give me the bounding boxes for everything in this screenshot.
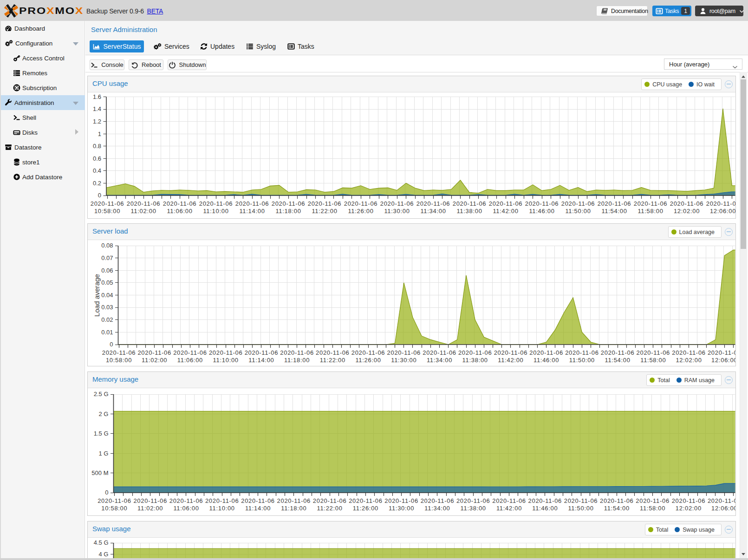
svg-text:2020-11-06: 2020-11-06 (173, 349, 207, 356)
svg-text:2020-11-06: 2020-11-06 (349, 497, 383, 504)
svg-text:11:50:00: 11:50:00 (569, 357, 595, 364)
svg-text:12:02:00: 12:02:00 (674, 208, 700, 215)
svg-text:2020-11-06: 2020-11-06 (277, 497, 311, 504)
svg-text:2020-11-06: 2020-11-06 (416, 200, 450, 207)
svg-text:2020-11-06: 2020-11-06 (453, 200, 487, 207)
svg-text:11:46:00: 11:46:00 (529, 208, 554, 215)
svg-text:0.8: 0.8 (93, 143, 101, 150)
svg-text:11:50:00: 11:50:00 (568, 505, 593, 512)
svg-text:11:18:00: 11:18:00 (281, 505, 306, 512)
svg-text:2 G: 2 G (99, 410, 109, 417)
svg-text:11:02:00: 11:02:00 (130, 208, 156, 215)
svg-text:2.5 G: 2.5 G (94, 391, 109, 397)
svg-text:11:02:00: 11:02:00 (137, 505, 163, 512)
svg-text:11:06:00: 11:06:00 (173, 505, 199, 512)
svg-text:1 G: 1 G (99, 450, 109, 457)
svg-text:11:14:00: 11:14:00 (245, 505, 271, 512)
svg-text:2020-11-06: 2020-11-06 (637, 349, 670, 356)
svg-text:2020-11-06: 2020-11-06 (529, 349, 563, 356)
svg-text:11:58:00: 11:58:00 (640, 357, 666, 364)
svg-text:0.2: 0.2 (93, 180, 101, 187)
svg-text:2020-11-06: 2020-11-06 (598, 200, 631, 207)
svg-text:11:38:00: 11:38:00 (462, 357, 488, 364)
svg-text:11:54:00: 11:54:00 (605, 357, 630, 364)
svg-text:12:06:00: 12:06:00 (711, 505, 735, 512)
svg-text:11:06:00: 11:06:00 (177, 357, 203, 364)
svg-text:2020-11-06: 2020-11-06 (670, 200, 704, 207)
svg-text:11:18:00: 11:18:00 (275, 208, 301, 215)
svg-text:2020-11-06: 2020-11-06 (209, 349, 243, 356)
svg-text:0.02: 0.02 (101, 316, 113, 323)
svg-text:2020-11-06: 2020-11-06 (91, 200, 124, 207)
svg-text:11:18:00: 11:18:00 (284, 357, 310, 364)
svg-text:2020-11-06: 2020-11-06 (489, 200, 523, 207)
svg-text:0.04: 0.04 (101, 292, 113, 299)
svg-text:11:22:00: 11:22:00 (312, 208, 337, 215)
svg-text:12:06:00: 12:06:00 (711, 357, 735, 364)
svg-text:11:58:00: 11:58:00 (637, 208, 663, 215)
svg-text:0.6: 0.6 (93, 155, 101, 162)
svg-text:1.5 G: 1.5 G (94, 430, 109, 437)
svg-text:0: 0 (105, 489, 108, 496)
svg-text:0.03: 0.03 (101, 304, 113, 311)
svg-text:11:30:00: 11:30:00 (384, 208, 410, 215)
svg-text:2020-11-06: 2020-11-06 (102, 349, 136, 356)
svg-text:1.6: 1.6 (93, 93, 101, 100)
svg-text:2020-11-06: 2020-11-06 (564, 497, 598, 504)
svg-text:2020-11-06: 2020-11-06 (456, 497, 490, 504)
svg-text:2020-11-06: 2020-11-06 (421, 497, 455, 504)
svg-text:2020-11-06: 2020-11-06 (672, 497, 706, 504)
svg-text:11:34:00: 11:34:00 (420, 208, 446, 215)
svg-text:2020-11-06: 2020-11-06 (169, 497, 203, 504)
svg-text:2020-11-06: 2020-11-06 (634, 200, 668, 207)
svg-text:1.4: 1.4 (93, 105, 101, 112)
svg-text:2020-11-06: 2020-11-06 (561, 200, 595, 207)
svg-text:10:58:00: 10:58:00 (106, 357, 132, 364)
svg-text:0.06: 0.06 (101, 267, 113, 274)
svg-text:500 M: 500 M (91, 469, 108, 476)
svg-text:2020-11-06: 2020-11-06 (706, 200, 735, 207)
svg-text:11:06:00: 11:06:00 (167, 208, 192, 215)
svg-text:11:42:00: 11:42:00 (498, 357, 523, 364)
svg-text:1.2: 1.2 (93, 118, 101, 125)
svg-text:11:22:00: 11:22:00 (317, 505, 342, 512)
svg-text:2020-11-06: 2020-11-06 (387, 349, 421, 356)
svg-text:2020-11-06: 2020-11-06 (272, 200, 306, 207)
svg-text:Load average: Load average (93, 274, 101, 317)
svg-text:11:30:00: 11:30:00 (389, 505, 414, 512)
svg-text:2020-11-06: 2020-11-06 (494, 349, 528, 356)
svg-text:0: 0 (110, 341, 113, 348)
svg-text:2020-11-06: 2020-11-06 (351, 349, 385, 356)
svg-text:11:30:00: 11:30:00 (391, 357, 416, 364)
svg-text:0.4: 0.4 (93, 167, 101, 174)
svg-text:11:10:00: 11:10:00 (203, 208, 228, 215)
svg-text:11:34:00: 11:34:00 (424, 505, 450, 512)
svg-text:11:38:00: 11:38:00 (456, 208, 482, 215)
svg-text:2020-11-06: 2020-11-06 (98, 497, 131, 504)
svg-text:2020-11-06: 2020-11-06 (137, 349, 171, 356)
svg-text:2020-11-06: 2020-11-06 (600, 497, 634, 504)
svg-text:11:58:00: 11:58:00 (640, 505, 665, 512)
svg-text:11:14:00: 11:14:00 (248, 357, 274, 364)
svg-text:2020-11-06: 2020-11-06 (601, 349, 635, 356)
svg-text:11:54:00: 11:54:00 (601, 208, 627, 215)
svg-text:2020-11-06: 2020-11-06 (133, 497, 167, 504)
svg-text:0.08: 0.08 (101, 242, 113, 249)
svg-text:11:26:00: 11:26:00 (353, 505, 378, 512)
svg-text:11:10:00: 11:10:00 (213, 357, 239, 364)
svg-text:0.05: 0.05 (101, 279, 113, 286)
svg-text:2020-11-06: 2020-11-06 (384, 497, 418, 504)
svg-text:11:42:00: 11:42:00 (493, 208, 518, 215)
svg-text:11:54:00: 11:54:00 (604, 505, 630, 512)
svg-text:2020-11-06: 2020-11-06 (525, 200, 559, 207)
svg-text:2020-11-06: 2020-11-06 (205, 497, 239, 504)
svg-text:10:58:00: 10:58:00 (94, 208, 120, 215)
svg-text:12:02:00: 12:02:00 (676, 505, 702, 512)
svg-text:2020-11-06: 2020-11-06 (528, 497, 562, 504)
svg-text:10:58:00: 10:58:00 (101, 505, 127, 512)
svg-text:2020-11-06: 2020-11-06 (316, 349, 350, 356)
svg-text:2020-11-06: 2020-11-06 (636, 497, 670, 504)
svg-text:11:42:00: 11:42:00 (496, 505, 522, 512)
svg-text:4.5 G: 4.5 G (94, 539, 109, 546)
svg-text:2020-11-06: 2020-11-06 (380, 200, 414, 207)
